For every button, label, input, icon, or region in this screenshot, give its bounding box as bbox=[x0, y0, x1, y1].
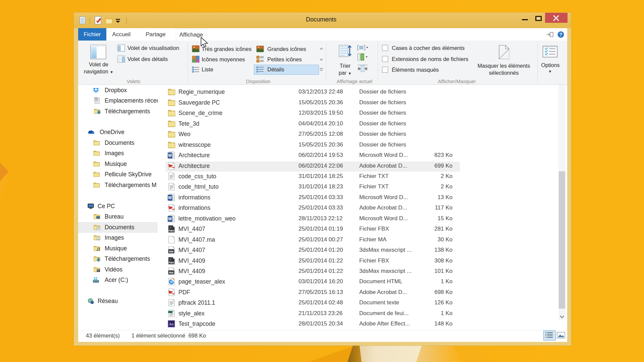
svg-text:?: ? bbox=[559, 32, 562, 37]
